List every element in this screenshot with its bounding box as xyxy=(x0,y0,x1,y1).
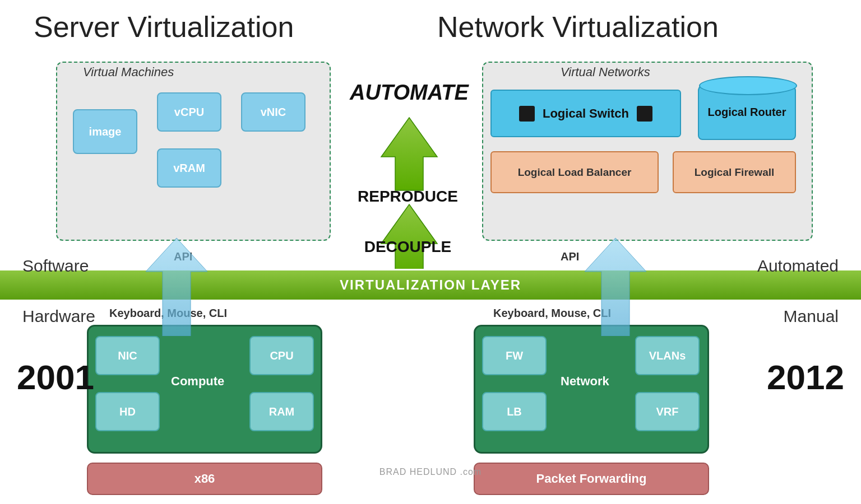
vm-vcpu-component: vCPU xyxy=(157,92,221,132)
title-server-virtualization: Server Virtualization xyxy=(34,10,294,44)
virt-layer-label: VIRTUALIZATION LAYER xyxy=(340,277,521,293)
automate-text: AUTOMATE xyxy=(348,81,471,105)
svg-marker-2 xyxy=(146,238,207,336)
vm-box-label: Virtual Machines xyxy=(83,65,174,80)
decouple-text: DECOUPLE xyxy=(345,238,471,256)
blue-arrow-right xyxy=(559,238,672,336)
logical-router-label: Logical Router xyxy=(707,106,786,119)
logical-switch-label: Logical Switch xyxy=(543,106,629,121)
svg-marker-0 xyxy=(381,118,437,190)
reproduce-text: REPRODUCE xyxy=(345,188,471,206)
compute-nic: NIC xyxy=(95,336,160,375)
title-network-virtualization: Network Virtualization xyxy=(437,10,719,44)
year-2001-label: 2001 xyxy=(17,357,94,397)
logical-router: Logical Router xyxy=(695,81,799,143)
network-vlans: VLANs xyxy=(635,336,700,375)
logical-switch: Logical Switch xyxy=(490,90,681,137)
label-hardware: Hardware xyxy=(22,307,95,326)
logical-firewall: Logical Firewall xyxy=(673,151,796,193)
compute-hd: HD xyxy=(95,392,160,431)
label-manual: Manual xyxy=(784,307,839,326)
network-label: Network xyxy=(561,374,609,389)
packet-forwarding-box: Packet Forwarding xyxy=(474,463,709,495)
network-lb: LB xyxy=(482,392,547,431)
vm-image-component: image xyxy=(73,109,137,154)
svg-marker-1 xyxy=(381,204,437,269)
ls-square-right-icon xyxy=(637,106,652,122)
blue-arrow-left xyxy=(121,238,233,336)
x86-box: x86 xyxy=(87,463,322,495)
watermark: BRAD HEDLUND .com xyxy=(379,467,482,477)
logical-load-balancer: Logical Load Balancer xyxy=(490,151,659,193)
compute-ram: RAM xyxy=(249,392,314,431)
compute-label: Compute xyxy=(171,374,224,389)
vn-box-label: Virtual Networks xyxy=(561,65,650,80)
label-software: Software xyxy=(22,256,89,276)
svg-marker-3 xyxy=(585,238,646,336)
label-automated: Automated xyxy=(757,256,839,276)
vm-vram-component: vRAM xyxy=(157,148,221,188)
lr-cylinder: Logical Router xyxy=(698,84,796,140)
network-vrf: VRF xyxy=(635,392,700,431)
ls-square-left-icon xyxy=(519,106,535,122)
network-fw: FW xyxy=(482,336,547,375)
vm-vnic-component: vNIC xyxy=(241,92,305,132)
page: Server Virtualization Network Virtualiza… xyxy=(0,0,861,504)
middle-text-block: AUTOMATE xyxy=(348,81,471,105)
year-2012-label: 2012 xyxy=(767,357,844,397)
compute-cpu: CPU xyxy=(249,336,314,375)
